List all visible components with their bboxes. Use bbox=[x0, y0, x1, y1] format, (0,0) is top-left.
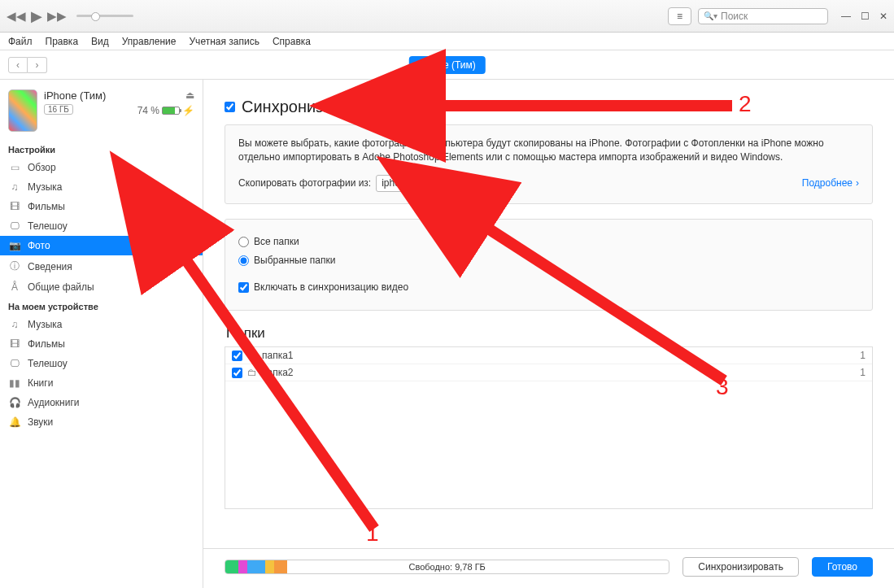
bell-icon: 🔔 bbox=[8, 416, 21, 428]
content: Синхронизировать Вы можете выбрать, каки… bbox=[203, 80, 894, 588]
tv-icon: 🖵 bbox=[8, 220, 21, 232]
opt-all-folders[interactable]: Все папки bbox=[238, 235, 859, 249]
folders-title: Папки bbox=[226, 325, 873, 342]
menu-controls[interactable]: Управление bbox=[122, 36, 177, 47]
sidebar-item-filesharing[interactable]: ÅОбщие файлы bbox=[0, 277, 203, 297]
folder-icon: 🗀 bbox=[247, 367, 257, 378]
books-icon: ▮▮ bbox=[8, 377, 21, 389]
main-area: iPhone (Тим) ⏏ 16 ГБ 74 % ⚡ Настройки ▭О… bbox=[0, 80, 894, 588]
sync-checkbox[interactable] bbox=[225, 102, 235, 112]
nav-bar: ‹ › iPhone (Тим) bbox=[0, 50, 894, 80]
folders-section: Папки 🗀 папка1 1 🗀 папка2 1 bbox=[225, 325, 873, 509]
apps-icon: Å bbox=[8, 281, 21, 293]
copy-from-label: Скопировать фотографии из: bbox=[238, 176, 371, 190]
info-icon: ⓘ bbox=[8, 259, 21, 273]
battery-icon bbox=[162, 107, 180, 115]
device-thumbnail-icon bbox=[8, 89, 37, 132]
sync-title: Синхронизировать bbox=[242, 98, 383, 116]
battery-indicator: 74 % ⚡ bbox=[137, 105, 194, 116]
sync-header: Синхронизировать bbox=[225, 98, 873, 116]
menu-edit[interactable]: Правка bbox=[46, 36, 79, 47]
minimize-icon[interactable]: — bbox=[841, 11, 851, 22]
prev-icon[interactable]: ◀◀ bbox=[7, 9, 26, 24]
device-header: iPhone (Тим) ⏏ 16 ГБ 74 % ⚡ bbox=[0, 86, 203, 140]
play-icon[interactable]: ▶ bbox=[31, 7, 42, 25]
audiobook-icon: 🎧 bbox=[8, 397, 21, 408]
folder-row[interactable]: 🗀 папка1 1 bbox=[225, 347, 872, 364]
next-icon[interactable]: ▶▶ bbox=[47, 9, 67, 24]
sidebar-ondev-music[interactable]: ♫Музыка bbox=[0, 315, 203, 334]
music-icon: ♫ bbox=[8, 181, 21, 193]
folder-icon: 🗀 bbox=[247, 350, 257, 361]
tv-icon: 🖵 bbox=[8, 358, 21, 369]
playback-controls: ◀◀ ▶ ▶▶ bbox=[7, 7, 133, 25]
photo-count: Фото: 2 bbox=[431, 176, 464, 190]
forward-button[interactable]: › bbox=[28, 57, 47, 73]
search-input[interactable]: 🔍▾ Поиск bbox=[698, 8, 828, 24]
folder-options-panel: Все папки Выбранные папки Включать в син… bbox=[225, 219, 873, 311]
menu-file[interactable]: Файл bbox=[8, 36, 33, 47]
chevron-right-icon: › bbox=[856, 176, 859, 190]
sync-description-panel: Вы можете выбрать, какие фотографии с ко… bbox=[225, 124, 873, 204]
learn-more-link[interactable]: Подробнее › bbox=[802, 176, 859, 190]
device-storage: 16 ГБ bbox=[44, 104, 73, 115]
capacity-bar: Свободно: 9,78 ГБ bbox=[225, 560, 669, 574]
sync-description: Вы можете выбрать, какие фотографии с ко… bbox=[238, 137, 859, 165]
menu-account[interactable]: Учетная запись bbox=[190, 36, 259, 47]
eject-icon[interactable]: ⏏ bbox=[185, 89, 194, 101]
battery-percent: 74 % bbox=[137, 105, 159, 116]
menu-bar: Файл Правка Вид Управление Учетная запис… bbox=[0, 33, 894, 50]
sidebar-item-info[interactable]: ⓘСведения bbox=[0, 255, 203, 277]
window-controls: — ☐ ✕ bbox=[841, 11, 887, 22]
sidebar-item-photos[interactable]: 📷Фото bbox=[0, 236, 203, 255]
sidebar-item-summary[interactable]: ▭Обзор bbox=[0, 158, 203, 177]
sidebar-item-tvshows[interactable]: 🖵Телешоу bbox=[0, 216, 203, 236]
sidebar-item-music[interactable]: ♫Музыка bbox=[0, 177, 203, 197]
sidebar: iPhone (Тим) ⏏ 16 ГБ 74 % ⚡ Настройки ▭О… bbox=[0, 80, 203, 588]
folder-list[interactable]: 🗀 папка1 1 🗀 папка2 1 bbox=[225, 346, 873, 509]
folder-row[interactable]: 🗀 папка2 1 bbox=[225, 364, 872, 381]
sidebar-ondev-books[interactable]: ▮▮Книги bbox=[0, 373, 203, 393]
volume-slider[interactable] bbox=[76, 15, 133, 17]
search-placeholder: Поиск bbox=[721, 11, 748, 22]
chevron-updown-icon: ⇳ bbox=[414, 178, 421, 189]
close-icon[interactable]: ✕ bbox=[879, 11, 887, 22]
maximize-icon[interactable]: ☐ bbox=[861, 11, 870, 22]
history-nav: ‹ › bbox=[8, 57, 47, 73]
device-tab[interactable]: iPhone (Тим) bbox=[408, 56, 485, 74]
sidebar-item-movies[interactable]: 🎞Фильмы bbox=[0, 197, 203, 216]
player-toolbar: ◀◀ ▶ ▶▶ ≡ 🔍▾ Поиск — ☐ ✕ bbox=[0, 0, 894, 33]
movies-icon: 🎞 bbox=[8, 338, 21, 350]
opt-include-video[interactable]: Включать в синхронизацию видео bbox=[238, 281, 859, 294]
folder-checkbox[interactable] bbox=[232, 351, 242, 361]
sidebar-ondev-audiobooks[interactable]: 🎧Аудиокниги bbox=[0, 393, 203, 412]
device-name: iPhone (Тим) bbox=[44, 89, 106, 102]
sidebar-section-ondevice: На моем устройстве bbox=[0, 297, 203, 315]
menu-help[interactable]: Справка bbox=[273, 36, 311, 47]
camera-icon: 📷 bbox=[8, 240, 21, 251]
sidebar-ondev-tones[interactable]: 🔔Звуки bbox=[0, 412, 203, 432]
summary-icon: ▭ bbox=[8, 162, 21, 173]
sidebar-ondev-tv[interactable]: 🖵Телешоу bbox=[0, 354, 203, 373]
footer: Свободно: 9,78 ГБ Синхронизировать Готов… bbox=[203, 548, 894, 588]
sidebar-ondev-movies[interactable]: 🎞Фильмы bbox=[0, 334, 203, 354]
sidebar-section-settings: Настройки bbox=[0, 140, 203, 158]
free-space-label: Свободно: 9,78 ГБ bbox=[225, 562, 669, 572]
sync-button[interactable]: Синхронизировать bbox=[682, 557, 799, 577]
back-button[interactable]: ‹ bbox=[8, 57, 28, 73]
copy-source-select[interactable]: iphone ⇳ bbox=[376, 175, 426, 192]
search-icon: 🔍▾ bbox=[704, 11, 717, 20]
folder-checkbox[interactable] bbox=[232, 368, 242, 378]
music-icon: ♫ bbox=[8, 319, 21, 330]
done-button[interactable]: Готово bbox=[812, 557, 873, 577]
menu-view[interactable]: Вид bbox=[91, 36, 109, 47]
list-view-button[interactable]: ≡ bbox=[668, 7, 691, 25]
movies-icon: 🎞 bbox=[8, 201, 21, 212]
opt-selected-folders[interactable]: Выбранные папки bbox=[238, 254, 859, 268]
